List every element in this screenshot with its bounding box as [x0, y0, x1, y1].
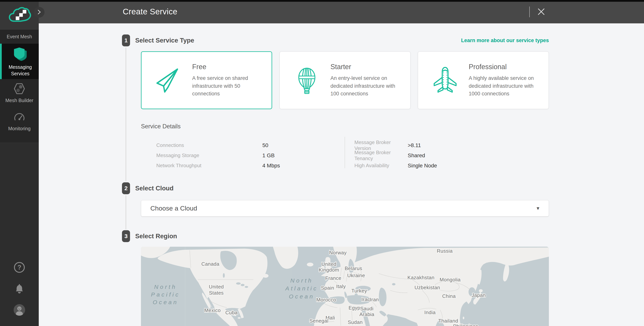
service-type-description: A free service on shared infrastructure … — [192, 74, 266, 98]
detail-row: Messaging Storage 1 GB — [156, 150, 280, 161]
dialog-header: Create Service — [39, 0, 644, 23]
map-label-belarus: Belarus — [345, 266, 362, 271]
sidebar-item-label: Messaging Services — [2, 64, 38, 77]
chevron-right-icon — [37, 9, 41, 15]
airplane-icon — [431, 66, 460, 95]
map-label-sudan: Sudan — [348, 319, 363, 325]
sidebar-item-label: Mesh Builder — [1, 97, 38, 104]
service-type-card-professional[interactable]: Professional A highly available service … — [418, 51, 549, 109]
ocean-label: Ocean — [289, 293, 314, 300]
region-map[interactable]: North Pacific Ocean North Atlantic Ocean… — [141, 247, 549, 326]
step-connector — [126, 47, 126, 181]
map-label-senegal: Senegal — [310, 318, 328, 324]
step-number: 1 — [124, 37, 128, 44]
create-service-screen: Create Service Event Mesh — [0, 0, 644, 326]
step-2-badge: 2 — [122, 182, 130, 194]
detail-value: Shared — [408, 153, 425, 159]
sidebar-item-label: Monitoring — [1, 126, 38, 132]
mesh-builder-hexagon-icon — [14, 83, 25, 95]
map-label-france: France — [325, 275, 341, 281]
dropdown-caret-icon: ▼ — [536, 206, 540, 211]
map-label-saudi-arabia: Arabia — [360, 312, 374, 317]
help-icon: ? — [13, 261, 26, 274]
cloud-select-dropdown[interactable]: Choose a Cloud ▼ — [141, 200, 549, 216]
step-connector — [126, 195, 126, 229]
header-divider — [529, 6, 530, 17]
card-text: Professional A highly available service … — [469, 63, 543, 98]
map-label-japan: Japan — [472, 292, 486, 298]
svg-text:?: ? — [18, 264, 21, 271]
step-1-title: Select Service Type — [135, 34, 194, 46]
service-type-name: Starter — [330, 63, 404, 71]
map-label-cuba: Cuba — [225, 310, 238, 316]
sidebar-item-label: Event Mesh — [1, 33, 38, 40]
top-strip — [0, 0, 644, 2]
map-label-iraq: Iraq — [362, 297, 370, 302]
step-number: 2 — [124, 185, 128, 191]
detail-row: Connections 50 — [156, 140, 280, 150]
learn-more-link[interactable]: Learn more about our service types — [461, 34, 549, 46]
detail-value: 50 — [262, 142, 268, 149]
card-text: Free A free service on shared infrastruc… — [192, 63, 266, 98]
map-label-italy: Italy — [336, 284, 346, 289]
app-logo[interactable] — [0, 2, 39, 30]
map-label-mongolia: Mongolia — [440, 277, 461, 283]
detail-row: Network Throughput 4 Mbps — [156, 161, 280, 171]
service-type-name: Free — [192, 63, 266, 71]
sidebar-lower-section: ? — [0, 143, 39, 326]
solace-cloud-logo-icon — [8, 6, 31, 25]
close-button[interactable] — [536, 7, 546, 16]
service-type-description: A highly available service on dedicated … — [469, 74, 543, 98]
service-type-card-starter[interactable]: Starter An entry-level service on dedica… — [280, 51, 410, 109]
detail-label: Network Throughput — [156, 163, 262, 168]
sidebar-expand-button[interactable] — [34, 7, 44, 18]
gauge-icon — [14, 111, 25, 124]
service-details-heading: Service Details — [141, 123, 181, 130]
step-2-title: Select Cloud — [135, 182, 174, 194]
service-type-card-free[interactable]: Free A free service on shared infrastruc… — [141, 51, 272, 109]
world-map-svg: North Pacific Ocean North Atlantic Ocean… — [141, 247, 549, 326]
notifications-button[interactable] — [0, 283, 39, 294]
detail-label: Connections — [156, 142, 262, 148]
map-label-turkey: Turkey — [351, 288, 367, 294]
detail-row: High Availability Single Node — [354, 161, 437, 171]
detail-value: >8.11 — [408, 142, 421, 149]
step-3-badge: 3 — [122, 230, 130, 242]
map-label-ukraine: Ukraine — [347, 273, 365, 278]
ocean-label: North — [290, 277, 313, 284]
map-label-uzbekistan: Uzbekistan — [414, 285, 440, 290]
detail-value: Single Node — [408, 163, 437, 169]
step-3-title: Select Region — [135, 230, 177, 242]
map-label-norway: Norway — [329, 250, 346, 256]
detail-value: 1 GB — [262, 153, 275, 159]
step-number: 3 — [124, 233, 128, 239]
service-type-description: An entry-level service on dedicated infr… — [330, 74, 404, 98]
map-label-united-kingdom: United — [322, 261, 336, 267]
cloud-select-value: Choose a Cloud — [150, 205, 536, 212]
map-label-philippines: Philippines — [453, 323, 478, 326]
detail-row: Message Broker Tenancy Shared — [354, 150, 437, 161]
ocean-label: North — [154, 284, 177, 290]
shield-icon — [14, 47, 27, 62]
map-label-thailand: Thailand — [438, 318, 458, 324]
sidebar-item-event-mesh[interactable]: Event Mesh — [0, 30, 39, 44]
help-button[interactable]: ? — [0, 261, 39, 274]
sidebar-item-mesh-builder[interactable]: Mesh Builder — [0, 79, 39, 107]
map-label-kazakhstan: Kazakhstan — [408, 275, 434, 280]
detail-label: High Availability — [354, 163, 408, 168]
page-title: Create Service — [123, 0, 178, 23]
ocean-label: Atlantic — [285, 285, 318, 292]
avatar-icon — [13, 304, 26, 317]
sidebar-item-messaging-services[interactable]: Messaging Services — [0, 44, 39, 79]
step-1-badge: 1 — [122, 34, 130, 46]
sidebar-item-monitoring[interactable]: Monitoring — [0, 107, 39, 136]
close-icon — [537, 13, 546, 16]
map-label-iran: Iran — [370, 297, 379, 303]
map-label-united-states: States — [209, 290, 224, 296]
ocean-label: Ocean — [153, 299, 178, 305]
hot-air-balloon-icon — [292, 66, 321, 95]
account-button[interactable] — [0, 304, 39, 317]
map-label-saudi-arabia: Saudi — [360, 306, 374, 312]
map-label-russia: Russia — [437, 248, 453, 254]
map-label-united-states: United — [209, 284, 224, 290]
